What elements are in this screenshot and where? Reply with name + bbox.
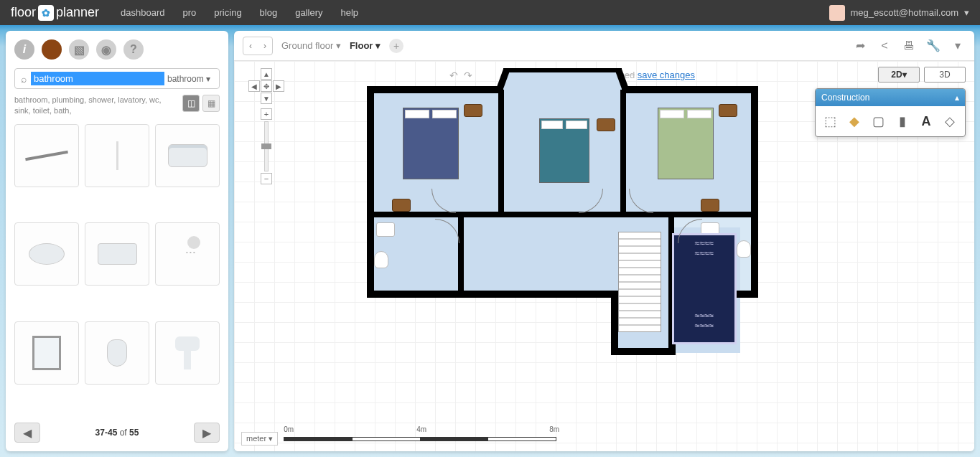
construction-panel: Construction ▴ ⬚ ◆ ▢ ▮ A ◇ xyxy=(815,88,966,137)
nav-blog[interactable]: blog xyxy=(260,7,278,18)
nav-dashboard[interactable]: dashboard xyxy=(121,7,164,18)
globe-icon[interactable]: ◉ xyxy=(96,39,116,60)
item-bathtub[interactable] xyxy=(155,124,220,187)
nightstand[interactable] xyxy=(464,104,482,117)
zoom-thumb[interactable] xyxy=(261,143,271,149)
search-input[interactable] xyxy=(31,72,164,85)
help-icon[interactable]: ? xyxy=(123,39,144,60)
tool-surface[interactable]: ▢ xyxy=(869,112,887,131)
view-3d-button[interactable]: 3D xyxy=(924,67,966,83)
tool-wall[interactable]: ◆ xyxy=(845,112,863,131)
sink[interactable] xyxy=(376,222,395,237)
item-mirror[interactable] xyxy=(14,321,79,385)
item-pedestal-sink[interactable] xyxy=(155,321,220,385)
bed-3[interactable] xyxy=(658,108,714,179)
zoom-out[interactable]: − xyxy=(261,173,272,184)
pan-center[interactable]: ✥ xyxy=(261,80,272,92)
main-wrap: i ▧ ◉ ? ⌕ bathroom ▾ bathroom, plumbing,… xyxy=(0,25,980,457)
chevron-down-icon: ▾ xyxy=(964,7,969,18)
logo[interactable]: floor ✿ planner xyxy=(11,5,99,21)
canvas-toolbar: ‹ › Ground floor ▾ Floor ▾ + ➦ < 🖶 🔧 ▾ xyxy=(234,31,974,61)
more-icon[interactable]: ▾ xyxy=(950,38,966,54)
tool-text[interactable]: A xyxy=(917,112,935,131)
share-icon[interactable]: < xyxy=(877,38,892,54)
tool-door[interactable]: ▮ xyxy=(893,112,911,131)
zoom-in[interactable]: + xyxy=(261,108,272,120)
logo-text-right: planner xyxy=(56,5,99,20)
scale-track xyxy=(284,437,556,441)
tool-dimension[interactable]: ◇ xyxy=(941,112,959,131)
pan-up[interactable]: ▲ xyxy=(261,68,272,80)
back-button[interactable]: ‹ xyxy=(243,37,258,55)
settings-icon[interactable]: 🔧 xyxy=(925,38,941,54)
floor-current[interactable]: Floor ▾ xyxy=(350,40,381,51)
tool-room[interactable]: ⬚ xyxy=(821,112,839,131)
pan-control: ▲ ◀✥▶ ▼ + − xyxy=(248,68,284,184)
prev-page-button[interactable]: ◀ xyxy=(14,423,40,443)
nav-help[interactable]: help xyxy=(340,7,358,18)
nightstand[interactable] xyxy=(597,118,615,131)
next-page-button[interactable]: ▶ xyxy=(194,423,220,443)
view-2d-button[interactable]: 2D ▾ xyxy=(878,67,920,83)
forward-button[interactable]: › xyxy=(258,37,272,55)
nav-pricing[interactable]: pricing xyxy=(214,7,241,18)
floorplan[interactable]: ≈≈≈≈≈≈≈≈≈≈≈≈≈≈≈≈ xyxy=(363,68,765,355)
print-icon[interactable]: 🖶 xyxy=(901,38,917,54)
nightstand[interactable] xyxy=(701,199,719,212)
toilet[interactable] xyxy=(737,240,751,258)
item-urinal[interactable] xyxy=(85,321,149,385)
zoom-control: + − xyxy=(248,108,284,184)
tags-text: bathroom, plumbing, shower, lavatory, wc… xyxy=(14,95,177,117)
collapse-icon[interactable]: ▴ xyxy=(955,93,959,103)
nightstand[interactable] xyxy=(392,199,411,212)
nav-pro[interactable]: pro xyxy=(183,7,197,18)
nav-gallery[interactable]: gallery xyxy=(295,7,322,18)
export-icon[interactable]: ➦ xyxy=(852,38,868,54)
info-icon[interactable]: i xyxy=(14,39,34,60)
item-tub-rect[interactable] xyxy=(85,222,149,286)
left-panel: i ▧ ◉ ? ⌕ bathroom ▾ bathroom, plumbing,… xyxy=(6,31,228,451)
item-tub-oval[interactable] xyxy=(14,222,79,286)
bed-1[interactable] xyxy=(403,108,459,179)
logo-text-left: floor xyxy=(11,5,36,20)
nightstand[interactable] xyxy=(719,104,737,117)
view-switch: 2D ▾ 3D xyxy=(878,67,966,83)
user-email: meg_escott@hotmail.com xyxy=(851,7,958,18)
user-menu[interactable]: meg_escott@hotmail.com ▾ xyxy=(829,5,969,21)
tags-row: bathroom, plumbing, shower, lavatory, wc… xyxy=(14,95,220,117)
furniture-icon[interactable] xyxy=(42,39,62,60)
item-faucet[interactable] xyxy=(85,124,149,187)
rug[interactable]: ≈≈≈≈≈≈≈≈≈≈≈≈≈≈≈≈ xyxy=(672,233,737,344)
view-toggle: ◫ ▦ xyxy=(182,95,220,112)
pan-left[interactable]: ◀ xyxy=(248,80,260,92)
construction-header[interactable]: Construction ▴ xyxy=(816,89,965,106)
view-2d-items[interactable]: ▦ xyxy=(202,95,220,112)
staircase[interactable] xyxy=(618,232,661,332)
scale-bar: meter ▾ 0m 4m 8m xyxy=(241,432,556,446)
items-grid: • • • xyxy=(14,124,220,414)
page-info: 37-45 of 55 xyxy=(95,428,139,438)
pager: ◀ 37-45 of 55 ▶ xyxy=(14,423,220,443)
canvas-body[interactable]: ▲ ◀✥▶ ▼ + − ↶ ↷ second design has change… xyxy=(234,61,974,451)
search-row: ⌕ bathroom ▾ xyxy=(14,68,220,89)
item-shower[interactable]: • • • xyxy=(155,222,220,286)
view-3d-items[interactable]: ◫ xyxy=(182,95,200,112)
item-drain[interactable] xyxy=(14,124,79,187)
pan-right[interactable]: ▶ xyxy=(273,80,284,92)
pan-down[interactable]: ▼ xyxy=(261,93,272,104)
add-floor-button[interactable]: + xyxy=(389,39,403,53)
search-icon: ⌕ xyxy=(21,73,27,85)
history-arrows: ‹ › xyxy=(243,37,273,55)
unit-select[interactable]: meter ▾ xyxy=(241,432,278,446)
images-icon[interactable]: ▧ xyxy=(69,39,89,60)
logo-icon: ✿ xyxy=(38,5,54,21)
toilet[interactable] xyxy=(374,251,388,268)
floor-ground[interactable]: Ground floor ▾ xyxy=(281,40,341,51)
canvas-area: ‹ › Ground floor ▾ Floor ▾ + ➦ < 🖶 🔧 ▾ ▲… xyxy=(234,31,974,451)
panel-icons: i ▧ ◉ ? xyxy=(14,39,220,60)
top-nav: floor ✿ planner dashboard pro pricing bl… xyxy=(0,0,980,25)
zoom-slider[interactable] xyxy=(264,121,269,171)
category-dropdown[interactable]: bathroom ▾ xyxy=(164,74,213,84)
avatar xyxy=(829,5,845,21)
